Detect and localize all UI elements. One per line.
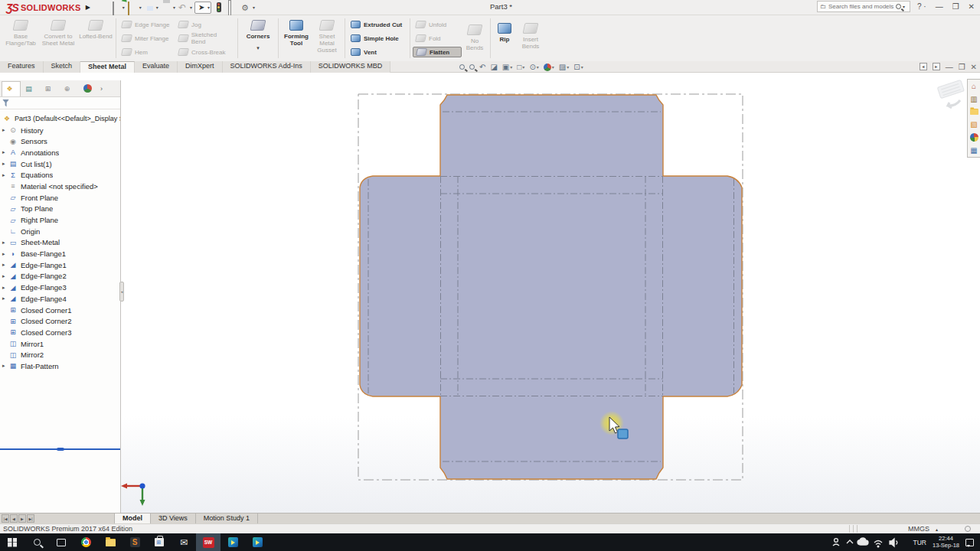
tray-icons[interactable] <box>831 536 906 549</box>
tree-item-closed-corner3[interactable]: ⊞Closed Corner3 <box>0 327 120 338</box>
tab-prev-icon[interactable]: ◀ <box>10 514 18 523</box>
tree-item-edge-flange3[interactable]: ▸◢Edge-Flange3 <box>0 282 120 293</box>
tree-item-history[interactable]: ▸⊙History <box>0 125 120 136</box>
tree-item-mirror1[interactable]: ◫Mirror1 <box>0 338 120 350</box>
doc-prev-icon[interactable]: ◂ <box>920 63 927 70</box>
sketched-bend-button[interactable]: Sketched Bend <box>175 33 235 44</box>
miter-flange-button[interactable]: Miter Flange <box>119 33 175 44</box>
undo-button[interactable]: ↶▾ <box>178 2 193 14</box>
edit-appearance-icon[interactable]: ▾ <box>544 64 554 71</box>
insert-bends-button[interactable]: Insert Bends <box>516 17 545 60</box>
tree-item-mirror2[interactable]: ◫Mirror2 <box>0 349 120 360</box>
tree-item-sheet-metal[interactable]: ▸▭Sheet-Metal <box>0 237 120 249</box>
media-app-button[interactable] <box>220 533 245 551</box>
options-button[interactable]: ⚙▾ <box>240 2 256 14</box>
file-explorer-icon[interactable] <box>968 106 980 119</box>
expand-arrow-icon[interactable]: ▸ <box>2 285 8 291</box>
tree-item-annotations[interactable]: ▸AAnnotations <box>0 147 120 158</box>
flat-pattern-part[interactable] <box>360 95 742 479</box>
tree-root[interactable]: ❖Part3 (Default<<Default>_Display State <box>0 113 120 125</box>
tab-last-icon[interactable]: ▶| <box>27 514 34 523</box>
tab-strip-more-icon[interactable]: › <box>100 85 103 93</box>
rebuild-button[interactable] <box>213 2 225 14</box>
expand-arrow-icon[interactable]: ▸ <box>2 262 8 268</box>
doc-next-icon[interactable]: ▸ <box>933 63 940 70</box>
action-center-icon[interactable] <box>965 539 974 546</box>
design-library-icon[interactable]: ▥ <box>968 93 980 106</box>
search-box[interactable]: 🗀 ▾ <box>817 1 910 12</box>
print-button[interactable]: ▾ <box>161 2 176 14</box>
language-indicator[interactable]: TUR <box>913 539 926 546</box>
configuration-manager-tab[interactable]: ⊞ <box>40 81 59 96</box>
expand-arrow-icon[interactable]: ▸ <box>2 251 8 257</box>
tab-evaluate[interactable]: Evaluate <box>135 61 178 73</box>
tab-sheet-metal[interactable]: Sheet Metal <box>80 61 135 73</box>
sublime-app-button[interactable]: S <box>122 533 147 551</box>
units-selector[interactable]: MMGS▴ <box>908 525 938 533</box>
media-app-button-2[interactable] <box>245 533 270 551</box>
tree-filter-row[interactable] <box>0 97 120 109</box>
menu-expand-icon[interactable]: ▶ <box>86 4 90 11</box>
tab-dimxpert[interactable]: DimXpert <box>178 61 223 73</box>
flatten-button[interactable]: Flatten <box>413 47 462 57</box>
start-button[interactable] <box>0 533 24 551</box>
restore-button[interactable]: ❐ <box>950 2 962 11</box>
tab-solidworks-add-ins[interactable]: SOLIDWORKS Add-Ins <box>223 61 311 73</box>
zoom-to-fit-icon[interactable] <box>459 64 465 70</box>
appearances-icon[interactable] <box>968 131 980 144</box>
doc-minimize-button[interactable]: — <box>946 63 953 71</box>
solidworks-logo[interactable]: ƷS SOLIDWORKS ▶ <box>0 0 93 15</box>
tree-item-base-flange1[interactable]: ▸◗Base-Flange1 <box>0 248 120 259</box>
graphics-viewport[interactable]: X <box>0 73 980 513</box>
apply-scene-icon[interactable]: ▨▾ <box>559 63 569 71</box>
tree-item-right-plane[interactable]: ▱Right Plane <box>0 214 120 226</box>
status-tag-icon[interactable] <box>965 526 971 532</box>
view-orientation-icon[interactable]: ▣▾ <box>502 63 512 71</box>
3d-views-tab[interactable]: 3D Views <box>151 514 196 523</box>
tab-solidworks-mbd[interactable]: SOLIDWORKS MBD <box>311 61 391 73</box>
tab-features[interactable]: Features <box>0 61 44 73</box>
fold-button[interactable]: Fold <box>413 33 462 44</box>
tree-item-edge-flange2[interactable]: ▸◢Edge-Flange2 <box>0 271 120 282</box>
open-button[interactable]: ▾ <box>127 2 142 14</box>
display-manager-tab[interactable] <box>78 81 97 96</box>
previous-view-icon[interactable]: ↶ <box>479 63 485 71</box>
doc-restore-button[interactable]: ❐ <box>959 63 965 71</box>
tree-item-front-plane[interactable]: ▱Front Plane <box>0 192 120 204</box>
taskbar-search-button[interactable] <box>24 533 49 551</box>
expand-arrow-icon[interactable]: ▸ <box>2 363 8 369</box>
taskbar-clock[interactable]: 22:44 13-Sep-18 <box>933 536 959 549</box>
feature-tree-tab[interactable]: ❖ <box>2 81 21 96</box>
mail-app-button[interactable]: ✉ <box>172 533 196 551</box>
search-input[interactable] <box>828 3 896 10</box>
extruded-cut-button[interactable]: Extruded Cut <box>348 19 407 30</box>
file-explorer-app-button[interactable] <box>98 533 122 551</box>
unfold-button[interactable]: Unfold <box>413 19 462 30</box>
chrome-app-button[interactable] <box>74 533 98 551</box>
tree-item-sensors[interactable]: ◉Sensors <box>0 135 120 147</box>
store-app-button[interactable] <box>147 533 172 551</box>
select-cursor-button[interactable]: ➤▾ <box>194 2 211 14</box>
edge-flange-button[interactable]: Edge Flange <box>119 19 175 30</box>
tab-sketch[interactable]: Sketch <box>44 61 81 73</box>
help-button[interactable]: ? · <box>915 2 929 11</box>
tree-item-origin[interactable]: ∟Origin <box>0 226 120 237</box>
tree-item-closed-corner1[interactable]: ⊞Closed Corner1 <box>0 305 120 316</box>
view-palette-icon[interactable]: ▧ <box>968 118 980 131</box>
hide-show-items-icon[interactable]: ⊙▾ <box>529 63 538 71</box>
file-properties-button[interactable] <box>227 2 239 14</box>
save-button[interactable]: ▾ <box>144 2 159 14</box>
expand-arrow-icon[interactable]: ▸ <box>2 240 8 246</box>
rollback-bar[interactable] <box>0 448 120 450</box>
close-button[interactable]: ✕ <box>966 2 977 11</box>
doc-close-button[interactable]: ✕ <box>971 63 977 71</box>
jog-button[interactable]: Jog <box>175 19 235 30</box>
custom-properties-icon[interactable]: ▦ <box>968 144 980 157</box>
tree-item-closed-corner2[interactable]: ⊞Closed Corner2 <box>0 315 120 327</box>
tree-item-equations[interactable]: ▸ΣEquations <box>0 169 120 181</box>
expand-arrow-icon[interactable]: ▸ <box>2 295 8 302</box>
tree-item-material[interactable]: ≡Material <not specified> <box>0 181 120 192</box>
expand-arrow-icon[interactable]: ▸ <box>2 127 8 133</box>
tree-item-cut-list[interactable]: ▸▤Cut list(1) <box>0 158 120 170</box>
no-bends-button[interactable]: No Bends <box>462 17 488 60</box>
